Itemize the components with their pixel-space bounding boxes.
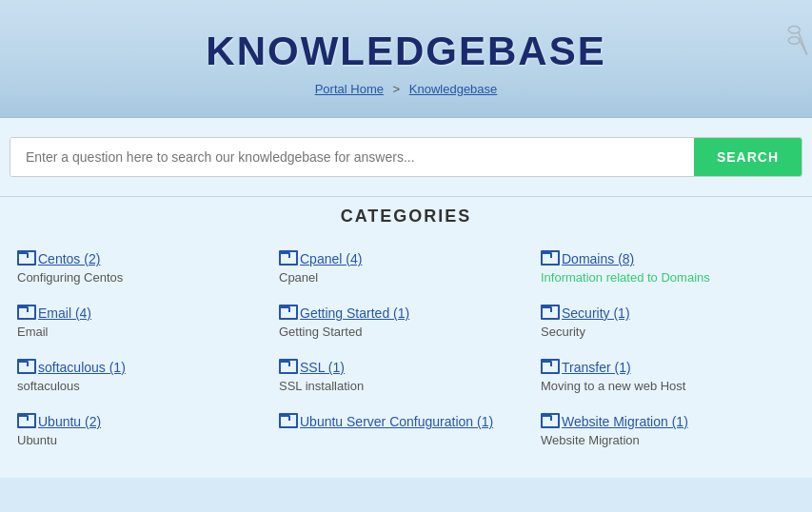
categories-section: CATEGORIES Centos (2)Configuring CentosC… — [0, 197, 812, 478]
categories-grid: Centos (2)Configuring CentosCpanel (4)Cp… — [10, 242, 802, 459]
category-link[interactable]: Getting Started (1) — [279, 305, 522, 321]
folder-icon — [17, 415, 34, 428]
category-link[interactable]: Email (4) — [17, 305, 260, 321]
folder-icon — [541, 361, 558, 374]
folder-icon — [541, 415, 558, 428]
category-name: Ubuntu (2) — [38, 414, 101, 429]
category-link[interactable]: Centos (2) — [17, 251, 260, 266]
page-title: KNOWLEDGEBASE — [0, 29, 812, 74]
category-name: Getting Started (1) — [300, 305, 409, 321]
category-item: Website Migration (1)Website Migration — [537, 404, 799, 459]
category-desc: SSL installation — [279, 379, 522, 393]
category-item: Domains (8)Information related to Domain… — [537, 242, 799, 296]
page-header: KNOWLEDGEBASE Portal Home > Knowledgebas… — [0, 0, 812, 118]
category-name: Cpanel (4) — [300, 251, 362, 266]
category-link[interactable]: SSL (1) — [279, 360, 522, 375]
category-item: Ubuntu (2)Ubuntu — [13, 404, 275, 459]
search-section: SEARCH — [0, 118, 812, 197]
category-item: Centos (2)Configuring Centos — [13, 242, 275, 296]
breadcrumb: Portal Home > Knowledgebase — [0, 82, 812, 96]
category-name: softaculous (1) — [38, 360, 126, 375]
folder-icon — [17, 361, 34, 374]
category-desc: softaculous — [17, 379, 260, 393]
search-bar: SEARCH — [10, 137, 802, 177]
folder-icon — [279, 252, 296, 266]
category-name: Domains (8) — [562, 251, 634, 266]
category-item: Ubuntu Server Confuguration (1) — [275, 404, 537, 459]
scissors-icon — [783, 19, 812, 76]
category-link[interactable]: Security (1) — [541, 305, 783, 321]
category-desc: Configuring Centos — [17, 270, 260, 285]
folder-icon — [279, 361, 296, 374]
category-name: Website Migration (1) — [562, 414, 688, 429]
folder-icon — [541, 252, 558, 266]
category-desc: Information related to Domains — [541, 270, 783, 285]
folder-icon — [17, 252, 34, 266]
category-name: Centos (2) — [38, 251, 100, 266]
svg-line-3 — [799, 38, 807, 54]
svg-point-1 — [788, 37, 800, 45]
category-name: Email (4) — [38, 305, 91, 321]
folder-icon — [279, 415, 296, 428]
category-desc: Moving to a new web Host — [541, 379, 783, 393]
category-link[interactable]: Cpanel (4) — [279, 251, 522, 266]
category-desc: Security — [541, 325, 783, 339]
category-link[interactable]: Website Migration (1) — [541, 414, 783, 429]
category-link[interactable]: Transfer (1) — [541, 360, 783, 375]
search-input[interactable] — [10, 138, 694, 176]
category-item: Transfer (1)Moving to a new web Host — [537, 350, 799, 404]
category-item: Security (1)Security — [537, 296, 799, 350]
category-desc: Ubuntu — [17, 433, 260, 447]
category-name: Transfer (1) — [562, 360, 631, 375]
folder-icon — [17, 306, 34, 320]
category-item: Getting Started (1)Getting Started — [275, 296, 537, 350]
search-button[interactable]: SEARCH — [694, 138, 802, 176]
category-desc: Email — [17, 325, 260, 339]
category-item: Cpanel (4)Cpanel — [275, 242, 537, 296]
categories-title: CATEGORIES — [10, 207, 802, 226]
category-desc: Cpanel — [279, 270, 522, 285]
folder-icon — [279, 306, 296, 320]
category-desc: Getting Started — [279, 325, 522, 339]
category-name: SSL (1) — [300, 360, 345, 375]
category-link[interactable]: Ubuntu Server Confuguration (1) — [279, 414, 522, 429]
category-item: softaculous (1)softaculous — [13, 350, 275, 404]
category-link[interactable]: Domains (8) — [541, 251, 783, 266]
category-item: Email (4)Email — [13, 296, 275, 350]
breadcrumb-current[interactable]: Knowledgebase — [409, 82, 498, 96]
category-desc: Website Migration — [541, 433, 783, 447]
breadcrumb-separator: > — [393, 82, 401, 96]
category-name: Security (1) — [562, 305, 630, 321]
category-link[interactable]: softaculous (1) — [17, 360, 260, 375]
category-link[interactable]: Ubuntu (2) — [17, 414, 260, 429]
category-item: SSL (1)SSL installation — [275, 350, 537, 404]
folder-icon — [541, 306, 558, 320]
breadcrumb-home[interactable]: Portal Home — [315, 82, 384, 96]
category-name: Ubuntu Server Confuguration (1) — [300, 414, 493, 429]
